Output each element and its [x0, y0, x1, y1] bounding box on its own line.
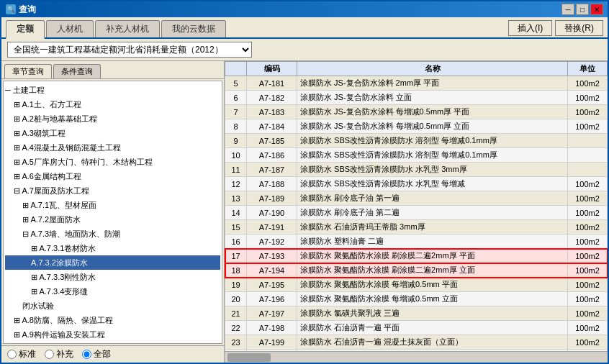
cell-no: 11 [225, 163, 247, 177]
cell-code: A7-197 [247, 306, 297, 321]
table-body: 5 A7-181 涂膜防水 JS-复合防水涂料 2mm厚 平面 100m2 6 … [225, 76, 608, 352]
cell-no: 14 [225, 206, 247, 220]
tree-root: ─ 土建工程⊞ A.1土、石方工程⊞ A.2桩与地基基础工程⊞ A.3砌筑工程⊞… [5, 83, 220, 344]
main-tabs: 定额 人材机 补充人材机 我的云数据 插入(I) 替换(R) [1, 17, 608, 39]
data-table: 编码 名称 单位 5 A7-181 涂膜防水 JS-复合防水涂料 2mm厚 平面… [225, 61, 608, 351]
tree-item[interactable]: ─ 土建工程 [5, 83, 220, 97]
cell-code: A7-182 [247, 91, 297, 105]
tree-container[interactable]: ─ 土建工程⊞ A.1土、石方工程⊞ A.2桩与地基基础工程⊞ A.3砌筑工程⊞… [3, 81, 222, 344]
cell-name: 涂膜防水 SBS改性沥青涂膜防水 溶剂型 每增减0.1mm厚 [297, 148, 568, 163]
tree-item[interactable]: ⊞ A.2桩与地基基础工程 [5, 112, 220, 126]
minimize-button[interactable]: ─ [561, 4, 574, 15]
table-row[interactable]: 8 A7-184 涂膜防水 JS-复合防水涂料 每增减0.5mm厚 立面 100… [225, 119, 608, 134]
toolbar: 全国统一建筑工程基础定额河北省消耗量定额（2012） [1, 39, 608, 61]
table-row[interactable]: 18 A7-194 涂膜防水 聚氨酯防水涂膜 刷涂膜二遍2mm厚 立面 100m… [225, 263, 608, 278]
table-row[interactable]: 11 A7-187 涂膜防水 SBS改性沥青涂膜防水 水乳型 3mm厚 [225, 163, 608, 177]
table-row[interactable]: 14 A7-190 涂膜防水 刷冷底子油 第二遍 100m2 [225, 206, 608, 220]
table-row[interactable]: 23 A7-199 涂膜防水 石油沥青一遍 混凝土抹灰面（立面） 100m2 [225, 335, 608, 350]
cell-unit: 100m2 [568, 263, 608, 278]
table-row[interactable]: 7 A7-183 涂膜防水 JS-复合防水涂料 每增减0.5mm厚 平面 100… [225, 105, 608, 119]
search-tabs: 章节查询 条件查询 [1, 61, 224, 79]
cell-unit: 100m2 [568, 76, 608, 91]
table-row[interactable]: 12 A7-188 涂膜防水 SBS改性沥青涂膜防水 水乳型 每增减 100m2 [225, 177, 608, 191]
radio-standard[interactable]: 标准 [7, 348, 36, 360]
tab-yun[interactable]: 我的云数据 [161, 20, 226, 37]
cell-no: 15 [225, 220, 247, 235]
arrow-indicator: → [225, 204, 226, 220]
cell-name: 涂膜防水 石油沥青一遍 混凝土抹灰面（立面） [297, 335, 568, 350]
table-container[interactable]: 编码 名称 单位 5 A7-181 涂膜防水 JS-复合防水涂料 2mm厚 平面… [225, 61, 608, 351]
tree-item[interactable]: ⊟ A.7屋面及防水工程 [5, 183, 220, 198]
tree-item[interactable]: ⊞ A.8防腐、隔热、保温工程 [5, 313, 220, 327]
table-row[interactable]: 21 A7-197 涂膜防水 氯磺共聚乳液 三遍 100m2 [225, 306, 608, 321]
tree-item[interactable]: 闭水试验 [5, 299, 220, 313]
search-tab-chapter[interactable]: 章节查询 [4, 64, 52, 78]
tree-item[interactable]: ⊞ A.10厂区道路及排水工程 [5, 342, 220, 344]
cell-code: A7-198 [247, 321, 297, 335]
cell-unit [568, 148, 608, 163]
tree-item[interactable]: ⊞ A.6金属结构工程 [5, 169, 220, 183]
table-row[interactable]: 15 A7-191 涂膜防水 石油沥青玛王蒂脂 3mm厚 100m2 [225, 220, 608, 235]
cell-no: 17 [225, 249, 247, 263]
search-tab-condition[interactable]: 条件查询 [53, 64, 101, 78]
insert-button[interactable]: 插入(I) [508, 20, 552, 36]
table-row[interactable]: 13 A7-189 涂膜防水 刷冷底子油 第一遍 100m2 [225, 191, 608, 206]
table-row[interactable]: 22 A7-198 涂膜防水 石油沥青一遍 平面 100m2 [225, 321, 608, 335]
cell-code: A7-181 [247, 76, 297, 91]
cell-name: 涂膜防水 SBS改性沥青涂膜防水 溶剂型 每增减0.1mm厚 [297, 134, 568, 148]
cell-unit: 100m2 [568, 91, 608, 105]
table-row[interactable]: 19 A7-195 涂膜防水 聚氨酯防水涂膜 每增减0.5mm 平面 100m2 [225, 278, 608, 292]
tree-item[interactable]: ⊞ A.7.3.3刚性防水 [5, 270, 220, 284]
scrollbar-thumb[interactable] [227, 353, 271, 362]
cell-name: 涂膜防水 JS-复合防水涂料 每增减0.5mm厚 平面 [297, 105, 568, 119]
cell-name: 涂膜防水 刷冷底子油 第一遍 [297, 191, 568, 206]
right-panel: → 编码 名称 单位 5 A7-181 涂膜防水 JS-复合防水涂料 2m [225, 61, 608, 363]
tree-item[interactable]: ⊞ A.7.2屋面防水 [5, 212, 220, 227]
table-row[interactable]: 9 A7-185 涂膜防水 SBS改性沥青涂膜防水 溶剂型 每增减0.1mm厚 [225, 134, 608, 148]
quota-dropdown[interactable]: 全国统一建筑工程基础定额河北省消耗量定额（2012） [7, 42, 252, 58]
cell-unit: 100m2 [568, 306, 608, 321]
table-row[interactable]: 17 A7-193 涂膜防水 聚氨酯防水涂膜 刷涂膜二遍2mm厚 平面 100m… [225, 249, 608, 263]
table-row[interactable]: 5 A7-181 涂膜防水 JS-复合防水涂料 2mm厚 平面 100m2 [225, 76, 608, 91]
cell-no: 8 [225, 119, 247, 134]
tree-item[interactable]: ⊞ A.1土、石方工程 [5, 97, 220, 112]
cell-code: A7-195 [247, 278, 297, 292]
tree-item[interactable]: ⊞ A.7.3.4变形缝 [5, 284, 220, 299]
tab-rencaiji[interactable]: 人材机 [46, 20, 94, 37]
table-row[interactable]: 16 A7-192 涂膜防水 塑料油膏 二遍 100m2 [225, 235, 608, 249]
replace-button[interactable]: 替换(R) [555, 20, 603, 36]
cell-unit: 100m2 [568, 335, 608, 350]
cell-unit [568, 163, 608, 177]
cell-unit: 100m2 [568, 119, 608, 134]
cell-name: 涂膜防水 氯磺共聚乳液 三遍 [297, 306, 568, 321]
radio-supplement[interactable]: 补充 [45, 348, 73, 360]
table-row[interactable]: 10 A7-186 涂膜防水 SBS改性沥青涂膜防水 溶剂型 每增减0.1mm厚 [225, 148, 608, 163]
cell-unit: 100m2 [568, 249, 608, 263]
maximize-button[interactable]: □ [576, 4, 589, 15]
tree-item[interactable]: ⊟ A.7.3墙、地面防水、防潮 [5, 227, 220, 241]
tab-dinge[interactable]: 定额 [6, 20, 45, 39]
horizontal-scrollbar[interactable] [225, 351, 608, 363]
table-row[interactable]: 6 A7-182 涂膜防水 JS-复合防水涂料 立面 100m2 [225, 91, 608, 105]
col-header-code: 编码 [247, 62, 297, 76]
cell-unit: 100m2 [568, 235, 608, 249]
tree-item[interactable]: ⊞ A.3砌筑工程 [5, 126, 220, 140]
tree-item[interactable]: ⊞ A.4混凝土及钢筋混凝土工程 [5, 140, 220, 155]
cell-unit: 100m2 [568, 321, 608, 335]
tree-item[interactable]: A.7.3.2涂膜防水 [5, 255, 220, 270]
radio-row: 标准 补充 全部 [1, 345, 224, 363]
close-button[interactable]: ✕ [590, 4, 603, 15]
cell-no: 10 [225, 148, 247, 163]
window-icon: 🔍 [6, 4, 16, 14]
tab-buchong[interactable]: 补充人材机 [95, 20, 160, 37]
cell-code: A7-199 [247, 335, 297, 350]
tree-item[interactable]: ⊞ A.7.3.1卷材防水 [5, 241, 220, 255]
cell-unit: 100m2 [568, 177, 608, 191]
cell-unit: 100m2 [568, 220, 608, 235]
tree-item[interactable]: ⊞ A.9构件运输及安装工程 [5, 327, 220, 342]
table-row[interactable]: 20 A7-196 涂膜防水 聚氨酯防水涂膜 每增减0.5mm 立面 100m2 [225, 292, 608, 306]
tree-item[interactable]: ⊞ A.7.1瓦、型材屋面 [5, 198, 220, 212]
radio-all[interactable]: 全部 [82, 348, 111, 360]
tree-item[interactable]: ⊞ A.5厂库房大门、特种门、木结构工程 [5, 155, 220, 169]
cell-no: 23 [225, 335, 247, 350]
